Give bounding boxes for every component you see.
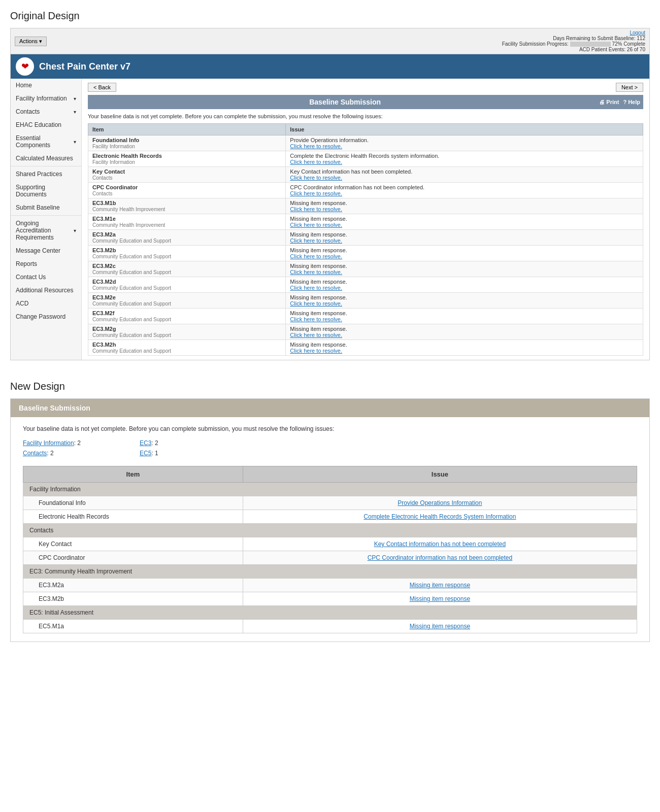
back-button[interactable]: < Back: [88, 83, 116, 92]
sidebar-item-submit-baseline[interactable]: Submit Baseline: [11, 201, 81, 214]
chevron-icon: ▾: [74, 109, 76, 115]
app-body: Home Facility Information ▾ Contacts ▾ E…: [11, 79, 649, 360]
table-row: EC3.M2b Community Education and Support …: [88, 246, 643, 261]
item-cell: EC3.M2h Community Education and Support: [88, 340, 286, 356]
sidebar-item-home[interactable]: Home: [11, 79, 81, 92]
sidebar-item-calculated-measures[interactable]: Calculated Measures: [11, 152, 81, 165]
item-cell: EC3.M1b Community Health Improvement: [88, 198, 286, 214]
sidebar: Home Facility Information ▾ Contacts ▾ E…: [11, 79, 82, 360]
issue-cell: Missing item response. Click here to res…: [286, 340, 643, 356]
item-name-cell: EC3.M2a: [23, 579, 243, 592]
table-row: EC3.M2e Community Education and Support …: [88, 293, 643, 309]
sidebar-item-essential-components[interactable]: Essential Components ▾: [11, 131, 81, 152]
resolve-link[interactable]: Click here to resolve.: [290, 332, 342, 338]
issue-link[interactable]: Complete Electronic Health Records Syste…: [364, 513, 516, 520]
item-name-cell: Electronic Health Records: [23, 510, 243, 524]
new-page-title: Baseline Submission: [11, 399, 649, 417]
sidebar-item-acd[interactable]: ACD: [11, 297, 81, 310]
main-content: < Back Next > Baseline Submission 🖨 Prin…: [82, 79, 649, 360]
resolve-link[interactable]: Click here to resolve.: [290, 269, 342, 275]
title-actions: 🖨 Print ? Help: [599, 99, 640, 105]
top-bar-left: Actions ▾: [15, 37, 47, 46]
sidebar-item-reports[interactable]: Reports: [11, 257, 81, 270]
sidebar-item-shared-practices[interactable]: Shared Practices: [11, 167, 81, 181]
sidebar-item-contact-us[interactable]: Contact Us: [11, 270, 81, 284]
group-header-row: Contacts: [23, 524, 637, 537]
resolve-link[interactable]: Click here to resolve.: [290, 206, 342, 212]
summary-link[interactable]: EC3: [140, 439, 151, 447]
table-row: EC3.M1b Community Health Improvement Mis…: [88, 198, 643, 214]
table-row: EC3.M2c Community Education and Support …: [88, 261, 643, 277]
resolve-link[interactable]: Click here to resolve.: [290, 159, 342, 165]
table-row: EC3.M1e Community Health Improvement Mis…: [88, 214, 643, 230]
summary-link[interactable]: EC5: [140, 450, 151, 457]
resolve-link[interactable]: Click here to resolve.: [290, 222, 342, 228]
issue-cell: Missing item response: [243, 620, 637, 633]
table-row: Electronic Health Records Facility Infor…: [88, 151, 643, 167]
new-col-item: Item: [23, 466, 243, 483]
table-row: EC3.M2f Community Education and Support …: [88, 309, 643, 324]
facility-progress-label: Facility Submission Progress:: [502, 41, 569, 47]
issue-link[interactable]: Missing item response: [410, 623, 470, 630]
issue-cell: Missing item response. Click here to res…: [286, 277, 643, 293]
issue-cell: Missing item response. Click here to res…: [286, 198, 643, 214]
sidebar-item-facility-information[interactable]: Facility Information ▾: [11, 92, 81, 105]
resolve-link[interactable]: Click here to resolve.: [290, 190, 342, 196]
resolve-link[interactable]: Click here to resolve.: [290, 300, 342, 307]
summary-link[interactable]: Contacts: [23, 450, 47, 457]
issue-link[interactable]: Missing item response: [410, 595, 470, 602]
sidebar-item-contacts[interactable]: Contacts ▾: [11, 105, 81, 118]
sidebar-item-additional-resources[interactable]: Additional Resources: [11, 284, 81, 297]
table-row: EC3.M2h Community Education and Support …: [88, 340, 643, 356]
issue-link[interactable]: Provide Operations Information: [398, 499, 482, 506]
acd-events: ACD Patient Events: 26 of 70: [579, 47, 645, 52]
issue-link[interactable]: Missing item response: [410, 582, 470, 589]
issue-cell: Complete Electronic Health Records Syste…: [243, 510, 637, 524]
summary-item: EC3: 2: [140, 439, 241, 447]
issue-link[interactable]: CPC Coordinator information has not been…: [368, 554, 513, 561]
sidebar-item-ongoing-requirements[interactable]: Ongoing Accreditation Requirements ▾: [11, 217, 81, 244]
group-header-row: EC3: Community Health Improvement: [23, 565, 637, 579]
summary-item: Facility Information: 2: [23, 439, 124, 447]
resolve-link[interactable]: Click here to resolve.: [290, 253, 342, 259]
print-link[interactable]: 🖨 Print: [599, 99, 619, 105]
new-main-content: Your baseline data is not yet complete. …: [11, 417, 649, 641]
table-row: Foundational Info Provide Operations Inf…: [23, 496, 637, 510]
group-label: Contacts: [23, 524, 637, 537]
resolve-link[interactable]: Click here to resolve.: [290, 348, 342, 354]
item-cell: Foundational Info Facility Information: [88, 136, 286, 151]
summary-link[interactable]: Facility Information: [23, 439, 74, 447]
issue-cell: Missing item response. Click here to res…: [286, 261, 643, 277]
resolve-link[interactable]: Click here to resolve.: [290, 175, 342, 181]
help-link[interactable]: ? Help: [623, 99, 640, 105]
new-alert-text: Your baseline data is not yet complete. …: [23, 425, 637, 432]
sidebar-item-change-password[interactable]: Change Password: [11, 310, 81, 323]
resolve-link[interactable]: Click here to resolve.: [290, 143, 342, 149]
sidebar-divider: [11, 215, 81, 216]
logout-link[interactable]: Logout: [630, 30, 645, 36]
item-name-cell: Foundational Info: [23, 496, 243, 510]
issue-cell: Key Contact information has not been com…: [243, 537, 637, 551]
actions-button[interactable]: Actions ▾: [15, 37, 47, 46]
issue-cell: Provide Operations Information: [243, 496, 637, 510]
col-item: Item: [88, 124, 286, 136]
page-title-bar: Baseline Submission 🖨 Print ? Help: [88, 95, 643, 109]
heart-icon: ❤: [21, 61, 29, 72]
issue-link[interactable]: Key Contact information has not been com…: [374, 540, 506, 548]
page-title: Baseline Submission: [91, 98, 599, 106]
item-name-cell: EC3.M2b: [23, 592, 243, 606]
resolve-link[interactable]: Click here to resolve.: [290, 238, 342, 244]
sidebar-item-message-center[interactable]: Message Center: [11, 244, 81, 257]
table-row: Electronic Health Records Complete Elect…: [23, 510, 637, 524]
summary-item: Contacts: 2: [23, 450, 124, 457]
days-remaining: Days Remaining to Submit Baseline: 112: [553, 36, 645, 41]
resolve-link[interactable]: Click here to resolve.: [290, 285, 342, 291]
issue-cell: Missing item response. Click here to res…: [286, 309, 643, 324]
item-cell: EC3.M1e Community Health Improvement: [88, 214, 286, 230]
item-cell: CPC Coordinator Contacts: [88, 183, 286, 198]
sidebar-item-ehac-education[interactable]: EHAC Education: [11, 118, 81, 131]
sidebar-item-supporting-documents[interactable]: Supporting Documents: [11, 181, 81, 201]
next-button[interactable]: Next >: [616, 83, 643, 92]
item-cell: EC3.M2f Community Education and Support: [88, 309, 286, 324]
resolve-link[interactable]: Click here to resolve.: [290, 316, 342, 322]
